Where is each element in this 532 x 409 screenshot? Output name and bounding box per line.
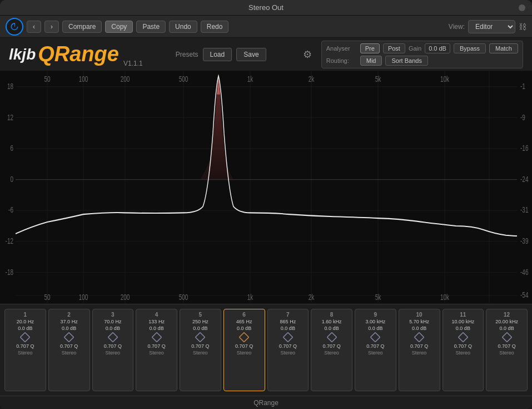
band-gain-3: 0.0 dB — [106, 326, 120, 331]
band-strip-2[interactable]: 2 37.0 Hz 0.0 dB 0.707 Q Stereo — [48, 309, 90, 391]
nav-back-button[interactable]: ‹ — [27, 21, 41, 33]
svg-rect-55 — [283, 333, 292, 342]
sort-bands-button[interactable]: Sort Bands — [385, 56, 427, 66]
band-q-11: 0.707 Q — [454, 343, 472, 349]
load-button[interactable]: Load — [203, 48, 232, 61]
settings-button[interactable]: ⚙ — [299, 46, 316, 63]
band-strip-1[interactable]: 1 20.0 Hz 0.0 dB 0.707 Q Stereo — [4, 309, 46, 391]
view-label: View: — [449, 23, 465, 31]
band-freq-2: 37.0 Hz — [61, 319, 78, 324]
band-q-10: 0.707 Q — [410, 343, 428, 349]
band-diamond-2 — [64, 332, 74, 342]
band-routing-3: Stereo — [106, 350, 121, 356]
nav-forward-button[interactable]: › — [44, 21, 59, 33]
power-button[interactable] — [6, 18, 23, 36]
analyser-row-top: Analyser Pre Post Gain 0.0 dB Bypass Mat… — [326, 43, 518, 53]
band-gain-7: 0.0 dB — [281, 326, 295, 331]
svg-text:100: 100 — [79, 75, 88, 84]
band-freq-4: 133 Hz — [148, 319, 165, 324]
window-controls — [519, 4, 525, 11]
band-gain-6: 0.0 dB — [237, 326, 251, 331]
band-freq-11: 10.00 kHz — [452, 319, 475, 324]
band-strip-12[interactable]: 12 20.00 kHz 0.0 dB 0.707 Q Stereo — [486, 309, 528, 391]
svg-text:5k: 5k — [375, 75, 381, 84]
save-button[interactable]: Save — [236, 48, 266, 61]
svg-text:-1: -1 — [520, 82, 525, 91]
link-icon[interactable]: ⛓ — [519, 22, 526, 31]
svg-rect-54 — [240, 333, 249, 342]
match-button[interactable]: Match — [489, 43, 518, 53]
eq-display[interactable]: 50 100 200 500 1k 2k 5k 10k 18 12 6 0 -6… — [0, 71, 532, 304]
band-strip-5[interactable]: 5 250 Hz 0.0 dB 0.707 Q Stereo — [180, 309, 221, 391]
band-gain-11: 0.0 dB — [456, 326, 470, 331]
gain-label: Gain — [409, 45, 421, 52]
band-gain-8: 0.0 dB — [325, 326, 339, 331]
svg-text:100: 100 — [79, 293, 88, 302]
band-strip-9[interactable]: 9 3.00 kHz 0.0 dB 0.707 Q Stereo — [355, 309, 396, 391]
svg-text:12: 12 — [7, 113, 13, 122]
band-diamond-9 — [370, 332, 380, 342]
band-freq-5: 250 Hz — [192, 319, 208, 324]
plugin-header: lkjb QRange V1.1.1 Presets Load Save ⚙ A… — [0, 38, 532, 71]
undo-button[interactable]: Undo — [169, 21, 197, 33]
band-strip-11[interactable]: 11 10.00 kHz 0.0 dB 0.707 Q Stereo — [442, 309, 484, 391]
band-routing-6: Stereo — [237, 350, 252, 356]
analyser-label: Analyser — [326, 45, 357, 52]
band-routing-1: Stereo — [18, 350, 33, 356]
band-freq-7: 865 Hz — [280, 319, 296, 324]
svg-rect-52 — [152, 333, 161, 342]
band-routing-8: Stereo — [324, 350, 339, 356]
svg-text:200: 200 — [121, 75, 130, 84]
band-diamond-6 — [239, 332, 249, 342]
band-number-4: 4 — [155, 312, 158, 318]
svg-text:-24: -24 — [520, 175, 529, 184]
svg-rect-50 — [64, 333, 74, 342]
band-strip-4[interactable]: 4 133 Hz 0.0 dB 0.707 Q Stereo — [136, 309, 177, 391]
copy-button[interactable]: Copy — [105, 21, 133, 33]
svg-text:-6: -6 — [8, 206, 13, 215]
view-select[interactable]: Editor Analyser — [468, 20, 515, 33]
band-routing-2: Stereo — [62, 350, 77, 356]
bands-container: 1 20.0 Hz 0.0 dB 0.707 Q Stereo 2 37.0 H… — [0, 304, 532, 396]
band-routing-12: Stereo — [499, 350, 514, 356]
header-right: ⚙ Analyser Pre Post Gain 0.0 dB Bypass M… — [299, 41, 523, 68]
band-gain-4: 0.0 dB — [150, 326, 164, 331]
svg-text:2k: 2k — [309, 293, 315, 302]
band-strip-6[interactable]: 6 465 Hz 0.0 dB 0.707 Q Stereo — [223, 309, 265, 391]
band-strip-3[interactable]: 3 70.0 Hz 0.0 dB 0.707 Q Stereo — [92, 309, 134, 391]
bypass-button[interactable]: Bypass — [454, 43, 486, 53]
band-q-7: 0.707 Q — [279, 343, 297, 349]
svg-text:-39: -39 — [520, 236, 529, 245]
svg-text:18: 18 — [7, 82, 13, 91]
compare-button[interactable]: Compare — [62, 21, 102, 33]
svg-text:50: 50 — [44, 75, 50, 84]
plugin-name: QRange — [38, 42, 119, 66]
paste-button[interactable]: Paste — [136, 21, 166, 33]
analyser-section: Analyser Pre Post Gain 0.0 dB Bypass Mat… — [321, 41, 523, 68]
window-btn-minimize[interactable] — [519, 4, 525, 11]
routing-row: Routing: Mid Sort Bands — [326, 56, 518, 66]
band-number-1: 1 — [24, 312, 27, 318]
band-gain-2: 0.0 dB — [62, 326, 76, 331]
routing-value-button[interactable]: Mid — [360, 56, 382, 66]
band-diamond-5 — [195, 332, 205, 342]
band-strip-8[interactable]: 8 1.60 kHz 0.0 dB 0.707 Q Stereo — [311, 309, 352, 391]
band-routing-9: Stereo — [368, 350, 383, 356]
svg-text:-12: -12 — [6, 236, 14, 245]
svg-rect-0 — [0, 71, 532, 303]
redo-button[interactable]: Redo — [201, 21, 229, 33]
band-strip-10[interactable]: 10 5.70 kHz 0.0 dB 0.707 Q Stereo — [399, 309, 440, 391]
analyser-post-button[interactable]: Post — [383, 43, 405, 53]
band-q-3: 0.707 Q — [104, 343, 122, 349]
band-gain-1: 0.0 dB — [18, 326, 32, 331]
analyser-pre-button[interactable]: Pre — [360, 43, 380, 53]
eq-graph: 50 100 200 500 1k 2k 5k 10k 18 12 6 0 -6… — [0, 71, 532, 303]
svg-rect-60 — [502, 333, 511, 342]
svg-rect-56 — [327, 333, 336, 342]
svg-text:500: 500 — [179, 75, 188, 84]
view-select-wrapper[interactable]: Editor Analyser — [468, 20, 515, 33]
band-strip-7[interactable]: 7 865 Hz 0.0 dB 0.707 Q Stereo — [267, 309, 309, 391]
band-q-9: 0.707 Q — [366, 343, 384, 349]
svg-text:-46: -46 — [520, 268, 529, 277]
svg-text:6: 6 — [10, 144, 13, 153]
